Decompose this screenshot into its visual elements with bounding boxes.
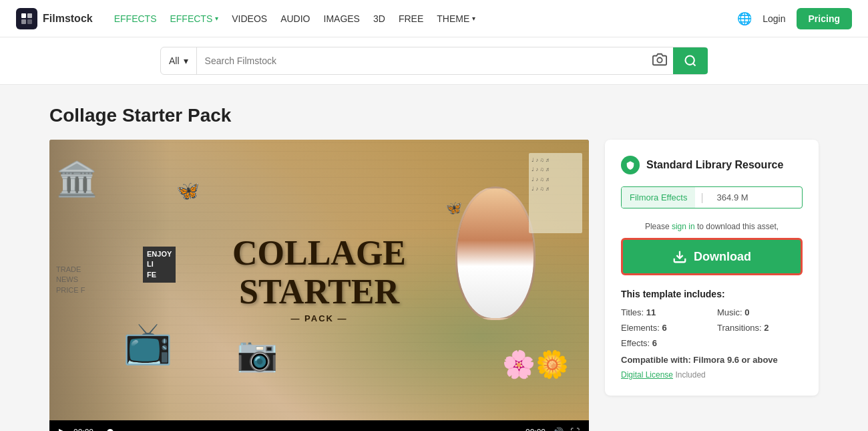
header-right: 🌐 Login Pricing	[737, 8, 852, 29]
tv-icon-deco: 📺	[123, 319, 173, 367]
chevron-down-icon-3: ▾	[184, 55, 188, 66]
svg-point-5	[686, 56, 694, 65]
download-icon	[672, 249, 687, 264]
stat-music: Music: 0	[717, 307, 803, 317]
camera-search-icon[interactable]	[646, 52, 674, 70]
svg-rect-0	[21, 13, 26, 18]
nav-effects-2[interactable]: EFFECTS ▾	[170, 13, 218, 24]
stats-grid: Titles: 11 Music: 0 Elements: 6 Transiti…	[621, 307, 803, 348]
shield-icon	[621, 156, 640, 174]
sign-in-note: Please sign in to download this asset,	[621, 222, 803, 231]
svg-point-4	[657, 57, 662, 62]
collage-title-line1: COLLAGE	[232, 234, 406, 272]
search-bar-container: All ▾	[0, 37, 868, 85]
chevron-down-icon: ▾	[215, 15, 218, 22]
sidebar-panel: Standard Library Resource Filmora Effect…	[605, 140, 819, 431]
sign-in-link[interactable]: sign in	[672, 222, 695, 231]
logo-icon	[16, 8, 37, 29]
flower-deco: 🌸🌼	[502, 349, 569, 380]
nav-audio[interactable]: AUDIO	[280, 13, 310, 24]
fullscreen-icon[interactable]: ⛶	[570, 427, 580, 432]
format-divider: |	[695, 192, 708, 204]
svg-line-6	[693, 63, 696, 66]
collage-dashes-deco: — PACK —	[232, 313, 406, 323]
butterfly-deco-2: 🦋	[445, 200, 462, 216]
format-badge: Filmora Effects | 364.9 M	[621, 186, 803, 208]
search-category-dropdown[interactable]: All ▾	[161, 47, 197, 74]
svg-rect-1	[27, 13, 32, 18]
page-title: Collage Starter Pack	[49, 105, 819, 126]
collage-title-line2: STARTER	[232, 273, 406, 311]
format-label: Filmora Effects	[622, 187, 695, 208]
nav-free[interactable]: FREE	[399, 13, 423, 24]
stat-elements: Elements: 6	[621, 323, 706, 333]
content-layout: TRADENEWSPRICE F 🏛️ ENJOYLIFE 📺 📷 COLLAG…	[49, 140, 819, 431]
stat-transitions: Transitions: 2	[717, 323, 803, 333]
globe-icon[interactable]: 🌐	[737, 11, 752, 26]
digital-license-row: Digital License Included	[621, 370, 803, 380]
woman-portrait-deco	[455, 186, 535, 320]
stat-effects: Effects: 6	[621, 338, 706, 348]
nav-theme[interactable]: THEME ▾	[437, 13, 475, 24]
digital-license-link[interactable]: Digital License	[621, 370, 673, 380]
header: Filmstock EFFECTS EFFECTS ▾ VIDEOS AUDIO…	[0, 0, 868, 37]
compatible-row: Compatible with: Filmora 9.6 or above	[621, 355, 803, 365]
search-input[interactable]	[197, 47, 646, 74]
video-time-end: 00:00	[525, 428, 546, 432]
enjoy-life-tile: ENJOYLIFE	[143, 247, 176, 283]
login-button[interactable]: Login	[763, 13, 785, 24]
main-nav: EFFECTS EFFECTS ▾ VIDEOS AUDIO IMAGES 3D…	[114, 13, 476, 24]
download-button[interactable]: Download	[621, 238, 803, 275]
video-controls: ▶ 00:00 00:00 🔊 ⛶	[49, 420, 589, 431]
main-content: Collage Starter Pack TRADENEWSPRICE F 🏛️…	[33, 85, 835, 431]
search-button[interactable]	[673, 47, 708, 74]
pricing-button[interactable]: Pricing	[797, 8, 852, 29]
resource-card: Standard Library Resource Filmora Effect…	[605, 140, 819, 396]
resource-title: Standard Library Resource	[646, 159, 783, 171]
nav-effects-1[interactable]: EFFECTS	[114, 13, 157, 24]
nav-videos[interactable]: VIDEOS	[232, 13, 267, 24]
search-bar: All ▾	[160, 47, 708, 75]
play-button[interactable]: ▶	[59, 426, 67, 431]
collage-text-overlay: COLLAGE STARTER — PACK —	[232, 234, 406, 325]
logo-text: Filmstock	[43, 13, 93, 25]
resource-header: Standard Library Resource	[621, 156, 803, 174]
nav-3d[interactable]: 3D	[373, 13, 385, 24]
chevron-down-icon-2: ▾	[472, 15, 475, 22]
stat-titles: Titles: 11	[621, 307, 706, 317]
svg-rect-3	[27, 19, 32, 24]
sheet-music-deco: ♩ ♪ ♫ ♬♩ ♪ ♫ ♬♩ ♪ ♫ ♬♩ ♪ ♫ ♬	[529, 153, 582, 233]
capitol-deco: 🏛️	[56, 160, 97, 198]
camera-icon-deco: 📷	[236, 335, 278, 374]
template-includes-label: This template includes:	[621, 289, 803, 299]
video-collage: TRADENEWSPRICE F 🏛️ ENJOYLIFE 📺 📷 COLLAG…	[49, 140, 589, 420]
format-size: 364.9 M	[709, 187, 756, 208]
video-container: TRADENEWSPRICE F 🏛️ ENJOYLIFE 📺 📷 COLLAG…	[49, 140, 589, 431]
nav-images[interactable]: IMAGES	[324, 13, 360, 24]
logo[interactable]: Filmstock	[16, 8, 93, 29]
volume-icon[interactable]: 🔊	[552, 427, 564, 432]
video-time-start: 00:00	[73, 428, 93, 432]
video-thumbnail: TRADENEWSPRICE F 🏛️ ENJOYLIFE 📺 📷 COLLAG…	[49, 140, 589, 420]
butterfly-deco: 🦋	[176, 180, 200, 202]
svg-rect-2	[21, 19, 26, 24]
